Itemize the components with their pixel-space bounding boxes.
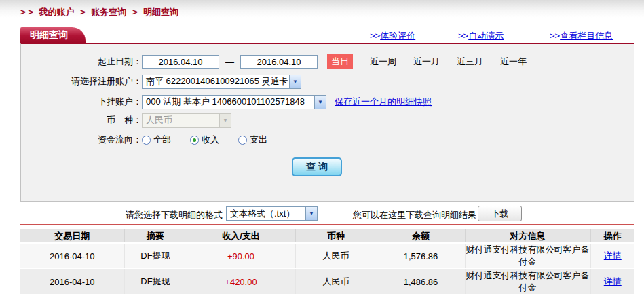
- sub-account-select[interactable]: 000 活期 基本户 1406600101102571848 ▼: [142, 95, 326, 109]
- col-header-amount: 收入/支出: [187, 229, 295, 243]
- breadcrumb-item-my-account[interactable]: 我的账户: [39, 7, 74, 17]
- link-prefix: >>: [550, 31, 560, 41]
- table-row: 2016-04-10 DF提现 +90.00 人民币 1,576.86 财付通支…: [20, 243, 634, 269]
- dropdown-arrow-icon: ▼: [219, 114, 231, 127]
- download-hint: 您可以在这里下载查询明细结果: [353, 209, 476, 221]
- end-date-input[interactable]: [240, 55, 318, 69]
- quick-range-quarter[interactable]: 近三月: [457, 56, 483, 68]
- transaction-detail-query-page: > > 我的账户 > 账务查询 > 明细查询 明细查询 >>体验评价 >>自动演…: [0, 0, 644, 298]
- col-header-counterparty: 对方信息: [465, 229, 590, 243]
- sub-account-label: 下挂账户：: [21, 96, 142, 108]
- currency-select-disabled: 人民币 ▼: [142, 113, 231, 128]
- dropdown-arrow-icon[interactable]: ▼: [289, 75, 301, 88]
- register-account-value: 南平 6222001406100921065 灵通卡: [143, 75, 289, 88]
- download-button[interactable]: 下载: [478, 206, 522, 221]
- flow-radio-expense-label: 支出: [250, 134, 267, 146]
- quick-range-month[interactable]: 近一月: [413, 56, 440, 68]
- table-top-divider: [20, 224, 634, 225]
- query-button[interactable]: 查 询: [292, 157, 342, 176]
- flow-radio-income-label: 收入: [202, 134, 219, 146]
- quick-range-week[interactable]: 近一周: [370, 56, 396, 68]
- header-divider: [0, 22, 644, 22]
- register-account-select[interactable]: 南平 6222001406100921065 灵通卡 ▼: [142, 75, 301, 89]
- date-range-dash: —: [225, 57, 234, 67]
- flow-radio-all-label: 全部: [153, 134, 171, 146]
- col-header-balance: 余额: [377, 229, 465, 243]
- cell-summary: DF提现: [124, 243, 187, 269]
- col-header-currency: 币种: [295, 229, 377, 243]
- register-account-label: 请选择注册账户：: [21, 75, 142, 88]
- cell-currency: 人民币: [295, 243, 377, 269]
- breadcrumb: > > 我的账户 > 账务查询 > 明细查询: [20, 6, 182, 18]
- flow-radio-income[interactable]: 收入: [190, 134, 219, 146]
- flow-radio-expense[interactable]: 支出: [238, 134, 267, 146]
- query-form-panel: 起止日期： — 当日 近一周 近一月 近三月 近一年 请选择注册账户： 南平 6…: [20, 43, 634, 202]
- currency-row: 币 种： 人民币 ▼: [21, 113, 231, 128]
- date-range-row: 起止日期： — 当日 近一周 近一月 近三月 近一年: [21, 54, 527, 69]
- link-prefix: >>: [458, 31, 468, 41]
- register-account-row: 请选择注册账户： 南平 6222001406100921065 灵通卡 ▼: [21, 74, 301, 89]
- start-date-input[interactable]: [142, 55, 219, 69]
- breadcrumb-item-account-query[interactable]: 账务查询: [91, 7, 126, 17]
- radio-circle-icon[interactable]: [190, 136, 199, 145]
- cell-summary: DF提现: [124, 269, 187, 295]
- save-monthly-snapshot-link[interactable]: 保存近一个月的明细快照: [335, 96, 432, 108]
- link-view-column-info[interactable]: >>查看栏目信息: [550, 30, 613, 42]
- link-auto-demo[interactable]: >>自动演示: [458, 30, 504, 42]
- tab-detail-query[interactable]: 明细查询: [20, 27, 86, 43]
- fund-flow-label: 资金流向：: [21, 134, 142, 146]
- breadcrumb-separator: >: [80, 7, 86, 17]
- breadcrumb-prefix: > >: [20, 7, 33, 17]
- cell-balance: 1,486.86: [377, 269, 465, 295]
- dropdown-arrow-icon[interactable]: ▼: [305, 207, 317, 220]
- radio-circle-icon[interactable]: [238, 136, 247, 145]
- breadcrumb-item-detail-query[interactable]: 明细查询: [143, 7, 178, 17]
- cell-balance: 1,576.86: [377, 243, 465, 269]
- fund-flow-row: 资金流向： 全部 收入 支出: [21, 132, 286, 147]
- download-format-label: 请您选择下载明细的格式: [126, 209, 223, 221]
- link-experience-rating[interactable]: >>体验评价: [370, 30, 415, 42]
- detail-link[interactable]: 详情: [604, 250, 622, 261]
- col-header-date: 交易日期: [20, 229, 124, 243]
- dropdown-arrow-icon[interactable]: ▼: [314, 96, 326, 109]
- link-label: 自动演示: [468, 31, 504, 41]
- table-header-row: 交易日期 摘要 收入/支出 币种 余额 对方信息 操作: [20, 229, 634, 243]
- currency-value: 人民币: [143, 114, 219, 126]
- date-range-label: 起止日期：: [21, 56, 142, 68]
- quick-range-today-badge[interactable]: 当日: [327, 54, 353, 69]
- col-header-action: 操作: [590, 229, 634, 243]
- table-row: 2016-04-10 DF提现 +420.00 人民币 1,486.86 财付通…: [20, 269, 634, 295]
- detail-link[interactable]: 详情: [604, 276, 622, 286]
- sub-account-row: 下挂账户： 000 活期 基本户 1406600101102571848 ▼ 保…: [21, 94, 432, 109]
- link-prefix: >>: [370, 31, 380, 41]
- radio-circle-icon[interactable]: [142, 136, 151, 145]
- link-label: 查看栏目信息: [560, 31, 613, 41]
- flow-radio-all[interactable]: 全部: [142, 134, 171, 146]
- cell-counterparty: 财付通支付科技有限公司客户备付金: [465, 243, 590, 269]
- col-header-summary: 摘要: [124, 229, 187, 243]
- quick-range-year[interactable]: 近一年: [500, 56, 527, 68]
- cell-date: 2016-04-10: [20, 243, 124, 269]
- download-format-select[interactable]: 文本格式（.txt） ▼: [226, 206, 318, 221]
- breadcrumb-separator: >: [132, 7, 138, 17]
- cell-date: 2016-04-10: [20, 269, 124, 295]
- download-format-value: 文本格式（.txt）: [227, 208, 305, 220]
- cell-counterparty: 财付通支付科技有限公司客户备付金: [465, 269, 590, 295]
- link-label: 体验评价: [380, 31, 415, 41]
- cell-amount: +90.00: [187, 243, 295, 269]
- cell-amount: +420.00: [187, 269, 295, 295]
- currency-label: 币 种：: [21, 114, 142, 126]
- transaction-table: 交易日期 摘要 收入/支出 币种 余额 对方信息 操作 2016-04-10 D…: [20, 229, 634, 295]
- sub-account-value: 000 活期 基本户 1406600101102571848: [143, 96, 314, 108]
- cell-currency: 人民币: [295, 269, 377, 295]
